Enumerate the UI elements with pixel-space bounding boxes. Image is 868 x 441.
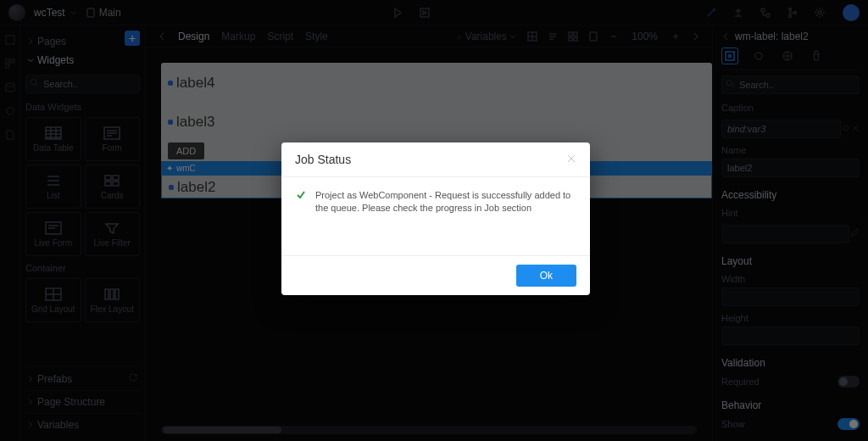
success-icon — [295, 189, 307, 235]
modal-message: Project as WebComponent - Request is suc… — [315, 189, 576, 235]
close-icon — [566, 154, 576, 164]
job-status-modal: Job Status Project as WebComponent - Req… — [281, 142, 590, 295]
modal-close-button[interactable] — [566, 154, 576, 166]
modal-title: Job Status — [295, 153, 351, 166]
modal-ok-button[interactable]: Ok — [516, 265, 576, 287]
